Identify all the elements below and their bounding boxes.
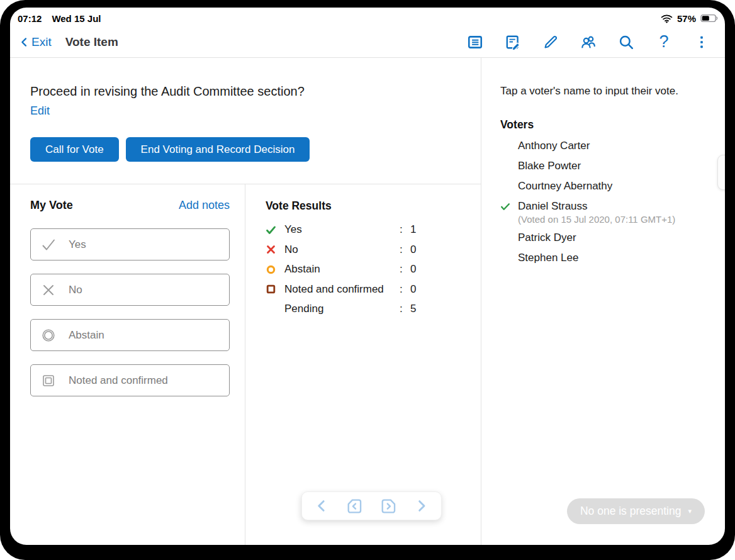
vote-action-buttons: Call for Vote End Voting and Record Deci…: [30, 137, 466, 162]
vote-option-label: Yes: [69, 238, 86, 251]
result-icon-cell: [266, 264, 276, 275]
vote-option-button[interactable]: Noted and confirmed: [30, 364, 230, 396]
vote-options: Yes No: [30, 228, 230, 396]
result-icon-cell: [266, 284, 276, 294]
result-separator: :: [400, 244, 410, 256]
page-navigation: [301, 491, 442, 520]
vote-results-list: Yes : 1: [266, 223, 481, 315]
result-label: Pending: [284, 303, 400, 315]
result-label: Abstain: [284, 263, 400, 276]
result-separator: :: [400, 303, 410, 315]
vote-columns: My Vote Add notes Yes: [10, 184, 481, 545]
voters-list: Anthony Carter Blake Powter: [500, 140, 707, 265]
vote-question: Proceed in revising the Audit Committee …: [30, 84, 466, 99]
wifi-icon: [661, 14, 673, 23]
exit-label: Exit: [31, 35, 52, 49]
battery-icon: [700, 14, 719, 23]
next-document-icon[interactable]: [380, 498, 397, 515]
ipad-device-frame: 07:12 Wed 15 Jul 57% Exit Vote Item: [0, 0, 735, 560]
battery-percent: 57%: [677, 13, 696, 24]
result-label: Noted and confirmed: [284, 283, 400, 296]
result-label: No: [284, 244, 400, 256]
voters-panel: Tap a voter's name to input their vote. …: [481, 58, 725, 545]
agenda-list-icon[interactable]: [467, 34, 483, 50]
voter-name-block: Daniel Strauss (Voted on 15 Jul 2020, 07…: [518, 200, 675, 225]
result-separator: :: [400, 283, 410, 296]
vote-results-section: Vote Results: [245, 184, 481, 545]
help-icon[interactable]: ?: [656, 34, 672, 50]
result-label: Yes: [284, 223, 400, 236]
vote-result-row: Abstain : 0: [266, 263, 481, 276]
vote-option-label: No: [69, 284, 82, 296]
noted-square-icon: [266, 286, 276, 296]
voter-row[interactable]: Courtney Abernathy: [500, 180, 707, 193]
no-cross-icon: [266, 246, 276, 257]
result-count: 5: [410, 303, 416, 315]
next-item-icon[interactable]: [415, 499, 429, 513]
pencil-icon[interactable]: [542, 34, 559, 50]
voter-name-block: Blake Powter: [518, 160, 581, 172]
voter-name-block: Patrick Dyer: [518, 232, 576, 244]
abstain-circle-icon: [266, 266, 276, 277]
previous-item-icon[interactable]: [315, 499, 328, 513]
presenting-label: No one is presenting: [580, 505, 682, 518]
result-count: 0: [410, 244, 416, 256]
toolbar-icons: ?: [467, 34, 710, 50]
vote-result-row: Pending : 5: [266, 303, 481, 315]
voter-name: Blake Powter: [518, 160, 581, 172]
more-menu-icon[interactable]: [693, 34, 710, 50]
voter-name: Courtney Abernathy: [518, 180, 612, 193]
voter-row[interactable]: Daniel Strauss (Voted on 15 Jul 2020, 07…: [500, 200, 707, 225]
my-vote-section: My Vote Add notes Yes: [10, 184, 245, 545]
result-separator: :: [400, 223, 410, 236]
voted-check-icon: [500, 200, 518, 213]
edit-link[interactable]: Edit: [30, 104, 50, 118]
end-voting-button[interactable]: End Voting and Record Decision: [126, 137, 310, 162]
voter-name: Daniel Strauss: [518, 200, 675, 213]
my-vote-header: My Vote Add notes: [30, 199, 230, 212]
vote-results-title: Vote Results: [266, 199, 481, 213]
vote-option-label: Noted and confirmed: [69, 374, 168, 387]
vote-result-row: Yes : 1: [266, 223, 481, 236]
exit-button[interactable]: Exit: [19, 35, 52, 49]
content-area: Proceed in revising the Audit Committee …: [10, 58, 725, 545]
circle-icon: [39, 326, 58, 345]
page-title: Vote Item: [65, 35, 118, 49]
result-count: 0: [410, 263, 416, 276]
people-icon[interactable]: [580, 34, 597, 50]
slideover-handle[interactable]: [717, 155, 725, 190]
yes-check-icon: [266, 227, 276, 237]
call-for-vote-button[interactable]: Call for Vote: [30, 137, 119, 162]
voter-row[interactable]: Patrick Dyer: [500, 232, 707, 245]
status-time: 07:12: [18, 13, 42, 24]
vote-option-label: Abstain: [69, 329, 104, 342]
vote-result-row: Noted and confirmed : 0: [266, 283, 481, 296]
result-count: 0: [410, 283, 416, 296]
annotated-notes-icon[interactable]: [505, 34, 521, 50]
voter-name-block: Anthony Carter: [518, 140, 590, 152]
check-icon: [39, 235, 58, 254]
vote-option-button[interactable]: Abstain: [30, 319, 230, 351]
voter-name: Stephen Lee: [518, 252, 578, 264]
status-bar: 07:12 Wed 15 Jul 57%: [10, 8, 725, 26]
previous-document-icon[interactable]: [346, 498, 363, 515]
my-vote-title: My Vote: [30, 199, 73, 212]
voter-name: Patrick Dyer: [518, 232, 576, 244]
result-icon-cell: [266, 304, 276, 315]
voter-name-block: Stephen Lee: [518, 252, 578, 264]
vote-option-button[interactable]: No: [30, 274, 230, 306]
vote-option-button[interactable]: Yes: [30, 228, 230, 260]
voters-instruction: Tap a voter's name to input their vote.: [500, 85, 707, 98]
presenting-status-button[interactable]: No one is presenting ▾: [567, 498, 705, 524]
square-icon: [39, 371, 58, 390]
add-notes-link[interactable]: Add notes: [179, 199, 230, 212]
voted-timestamp: (Voted on 15 Jul 2020, 07:11 GMT+1): [518, 214, 675, 225]
voter-row[interactable]: Anthony Carter: [500, 140, 707, 153]
nav-bar: Exit Vote Item ?: [10, 26, 725, 58]
vote-result-row: No : 0: [266, 244, 481, 256]
result-icon-cell: [266, 225, 276, 235]
caret-down-icon: ▾: [688, 507, 692, 515]
search-icon[interactable]: [618, 34, 634, 50]
voter-row[interactable]: Blake Powter: [500, 160, 707, 173]
voter-row[interactable]: Stephen Lee: [500, 252, 707, 265]
